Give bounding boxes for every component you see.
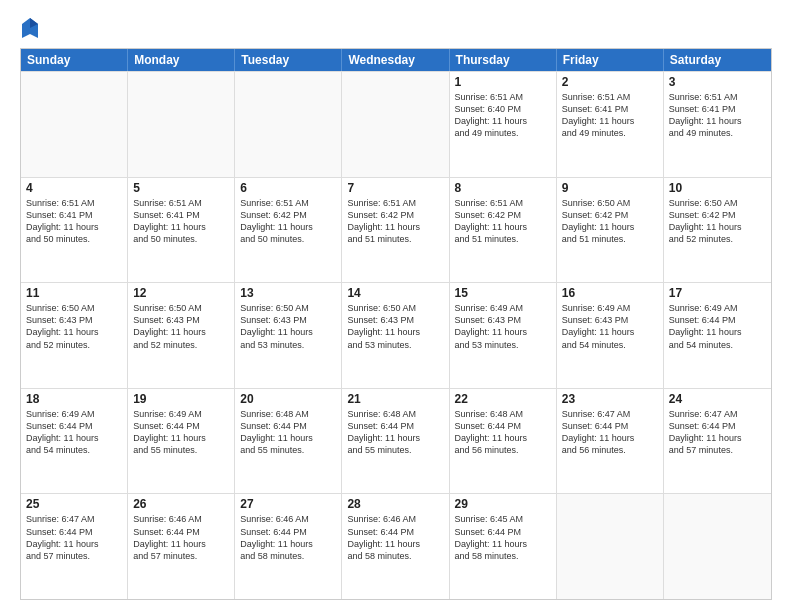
day-number: 24 bbox=[669, 392, 766, 406]
day-detail: Sunrise: 6:45 AM Sunset: 6:44 PM Dayligh… bbox=[455, 513, 551, 562]
calendar-day-cell: 29Sunrise: 6:45 AM Sunset: 6:44 PM Dayli… bbox=[450, 494, 557, 599]
day-detail: Sunrise: 6:50 AM Sunset: 6:43 PM Dayligh… bbox=[133, 302, 229, 351]
day-number: 12 bbox=[133, 286, 229, 300]
weekday-header: Monday bbox=[128, 49, 235, 71]
day-number: 11 bbox=[26, 286, 122, 300]
calendar-day-cell: 5Sunrise: 6:51 AM Sunset: 6:41 PM Daylig… bbox=[128, 178, 235, 283]
calendar-empty-cell bbox=[128, 72, 235, 177]
calendar-day-cell: 1Sunrise: 6:51 AM Sunset: 6:40 PM Daylig… bbox=[450, 72, 557, 177]
day-detail: Sunrise: 6:50 AM Sunset: 6:43 PM Dayligh… bbox=[240, 302, 336, 351]
day-detail: Sunrise: 6:48 AM Sunset: 6:44 PM Dayligh… bbox=[455, 408, 551, 457]
weekday-header: Wednesday bbox=[342, 49, 449, 71]
calendar-day-cell: 24Sunrise: 6:47 AM Sunset: 6:44 PM Dayli… bbox=[664, 389, 771, 494]
day-number: 3 bbox=[669, 75, 766, 89]
weekday-header: Sunday bbox=[21, 49, 128, 71]
calendar-day-cell: 6Sunrise: 6:51 AM Sunset: 6:42 PM Daylig… bbox=[235, 178, 342, 283]
day-detail: Sunrise: 6:49 AM Sunset: 6:44 PM Dayligh… bbox=[669, 302, 766, 351]
day-number: 22 bbox=[455, 392, 551, 406]
calendar-row: 18Sunrise: 6:49 AM Sunset: 6:44 PM Dayli… bbox=[21, 388, 771, 494]
day-number: 14 bbox=[347, 286, 443, 300]
calendar-row: 1Sunrise: 6:51 AM Sunset: 6:40 PM Daylig… bbox=[21, 71, 771, 177]
calendar-day-cell: 11Sunrise: 6:50 AM Sunset: 6:43 PM Dayli… bbox=[21, 283, 128, 388]
day-detail: Sunrise: 6:51 AM Sunset: 6:42 PM Dayligh… bbox=[455, 197, 551, 246]
calendar-day-cell: 20Sunrise: 6:48 AM Sunset: 6:44 PM Dayli… bbox=[235, 389, 342, 494]
day-detail: Sunrise: 6:50 AM Sunset: 6:43 PM Dayligh… bbox=[26, 302, 122, 351]
calendar-day-cell: 21Sunrise: 6:48 AM Sunset: 6:44 PM Dayli… bbox=[342, 389, 449, 494]
logo bbox=[20, 16, 44, 40]
day-detail: Sunrise: 6:51 AM Sunset: 6:42 PM Dayligh… bbox=[347, 197, 443, 246]
day-detail: Sunrise: 6:46 AM Sunset: 6:44 PM Dayligh… bbox=[347, 513, 443, 562]
calendar-row: 4Sunrise: 6:51 AM Sunset: 6:41 PM Daylig… bbox=[21, 177, 771, 283]
day-number: 6 bbox=[240, 181, 336, 195]
day-number: 29 bbox=[455, 497, 551, 511]
day-number: 27 bbox=[240, 497, 336, 511]
day-number: 9 bbox=[562, 181, 658, 195]
calendar-day-cell: 18Sunrise: 6:49 AM Sunset: 6:44 PM Dayli… bbox=[21, 389, 128, 494]
calendar-day-cell: 2Sunrise: 6:51 AM Sunset: 6:41 PM Daylig… bbox=[557, 72, 664, 177]
day-detail: Sunrise: 6:47 AM Sunset: 6:44 PM Dayligh… bbox=[26, 513, 122, 562]
day-number: 10 bbox=[669, 181, 766, 195]
day-number: 4 bbox=[26, 181, 122, 195]
day-detail: Sunrise: 6:47 AM Sunset: 6:44 PM Dayligh… bbox=[669, 408, 766, 457]
calendar-row: 25Sunrise: 6:47 AM Sunset: 6:44 PM Dayli… bbox=[21, 493, 771, 599]
day-number: 18 bbox=[26, 392, 122, 406]
calendar-day-cell: 28Sunrise: 6:46 AM Sunset: 6:44 PM Dayli… bbox=[342, 494, 449, 599]
calendar-day-cell: 16Sunrise: 6:49 AM Sunset: 6:43 PM Dayli… bbox=[557, 283, 664, 388]
day-number: 8 bbox=[455, 181, 551, 195]
calendar-day-cell: 26Sunrise: 6:46 AM Sunset: 6:44 PM Dayli… bbox=[128, 494, 235, 599]
weekday-header: Tuesday bbox=[235, 49, 342, 71]
calendar-day-cell: 13Sunrise: 6:50 AM Sunset: 6:43 PM Dayli… bbox=[235, 283, 342, 388]
day-number: 20 bbox=[240, 392, 336, 406]
day-detail: Sunrise: 6:48 AM Sunset: 6:44 PM Dayligh… bbox=[347, 408, 443, 457]
day-detail: Sunrise: 6:51 AM Sunset: 6:41 PM Dayligh… bbox=[562, 91, 658, 140]
calendar-row: 11Sunrise: 6:50 AM Sunset: 6:43 PM Dayli… bbox=[21, 282, 771, 388]
day-detail: Sunrise: 6:50 AM Sunset: 6:43 PM Dayligh… bbox=[347, 302, 443, 351]
calendar-day-cell: 10Sunrise: 6:50 AM Sunset: 6:42 PM Dayli… bbox=[664, 178, 771, 283]
day-number: 28 bbox=[347, 497, 443, 511]
calendar-day-cell: 9Sunrise: 6:50 AM Sunset: 6:42 PM Daylig… bbox=[557, 178, 664, 283]
calendar-day-cell: 22Sunrise: 6:48 AM Sunset: 6:44 PM Dayli… bbox=[450, 389, 557, 494]
calendar-day-cell: 19Sunrise: 6:49 AM Sunset: 6:44 PM Dayli… bbox=[128, 389, 235, 494]
day-number: 17 bbox=[669, 286, 766, 300]
calendar-day-cell: 14Sunrise: 6:50 AM Sunset: 6:43 PM Dayli… bbox=[342, 283, 449, 388]
day-detail: Sunrise: 6:46 AM Sunset: 6:44 PM Dayligh… bbox=[133, 513, 229, 562]
day-detail: Sunrise: 6:51 AM Sunset: 6:42 PM Dayligh… bbox=[240, 197, 336, 246]
day-detail: Sunrise: 6:51 AM Sunset: 6:41 PM Dayligh… bbox=[669, 91, 766, 140]
day-number: 21 bbox=[347, 392, 443, 406]
day-number: 25 bbox=[26, 497, 122, 511]
day-number: 5 bbox=[133, 181, 229, 195]
day-detail: Sunrise: 6:51 AM Sunset: 6:40 PM Dayligh… bbox=[455, 91, 551, 140]
day-number: 16 bbox=[562, 286, 658, 300]
calendar-day-cell: 23Sunrise: 6:47 AM Sunset: 6:44 PM Dayli… bbox=[557, 389, 664, 494]
calendar-day-cell: 7Sunrise: 6:51 AM Sunset: 6:42 PM Daylig… bbox=[342, 178, 449, 283]
day-detail: Sunrise: 6:49 AM Sunset: 6:43 PM Dayligh… bbox=[562, 302, 658, 351]
header bbox=[20, 16, 772, 40]
calendar-day-cell: 25Sunrise: 6:47 AM Sunset: 6:44 PM Dayli… bbox=[21, 494, 128, 599]
calendar-day-cell: 12Sunrise: 6:50 AM Sunset: 6:43 PM Dayli… bbox=[128, 283, 235, 388]
day-detail: Sunrise: 6:46 AM Sunset: 6:44 PM Dayligh… bbox=[240, 513, 336, 562]
weekday-header: Thursday bbox=[450, 49, 557, 71]
calendar-header-row: SundayMondayTuesdayWednesdayThursdayFrid… bbox=[21, 49, 771, 71]
calendar: SundayMondayTuesdayWednesdayThursdayFrid… bbox=[20, 48, 772, 600]
day-detail: Sunrise: 6:51 AM Sunset: 6:41 PM Dayligh… bbox=[26, 197, 122, 246]
day-detail: Sunrise: 6:50 AM Sunset: 6:42 PM Dayligh… bbox=[669, 197, 766, 246]
calendar-day-cell: 4Sunrise: 6:51 AM Sunset: 6:41 PM Daylig… bbox=[21, 178, 128, 283]
day-number: 1 bbox=[455, 75, 551, 89]
day-detail: Sunrise: 6:49 AM Sunset: 6:43 PM Dayligh… bbox=[455, 302, 551, 351]
calendar-empty-cell bbox=[342, 72, 449, 177]
weekday-header: Friday bbox=[557, 49, 664, 71]
calendar-day-cell: 17Sunrise: 6:49 AM Sunset: 6:44 PM Dayli… bbox=[664, 283, 771, 388]
calendar-empty-cell bbox=[21, 72, 128, 177]
day-detail: Sunrise: 6:49 AM Sunset: 6:44 PM Dayligh… bbox=[133, 408, 229, 457]
day-number: 2 bbox=[562, 75, 658, 89]
day-detail: Sunrise: 6:49 AM Sunset: 6:44 PM Dayligh… bbox=[26, 408, 122, 457]
day-detail: Sunrise: 6:47 AM Sunset: 6:44 PM Dayligh… bbox=[562, 408, 658, 457]
calendar-day-cell: 3Sunrise: 6:51 AM Sunset: 6:41 PM Daylig… bbox=[664, 72, 771, 177]
day-number: 15 bbox=[455, 286, 551, 300]
calendar-empty-cell bbox=[664, 494, 771, 599]
calendar-day-cell: 15Sunrise: 6:49 AM Sunset: 6:43 PM Dayli… bbox=[450, 283, 557, 388]
day-detail: Sunrise: 6:51 AM Sunset: 6:41 PM Dayligh… bbox=[133, 197, 229, 246]
day-number: 23 bbox=[562, 392, 658, 406]
calendar-day-cell: 27Sunrise: 6:46 AM Sunset: 6:44 PM Dayli… bbox=[235, 494, 342, 599]
day-number: 19 bbox=[133, 392, 229, 406]
